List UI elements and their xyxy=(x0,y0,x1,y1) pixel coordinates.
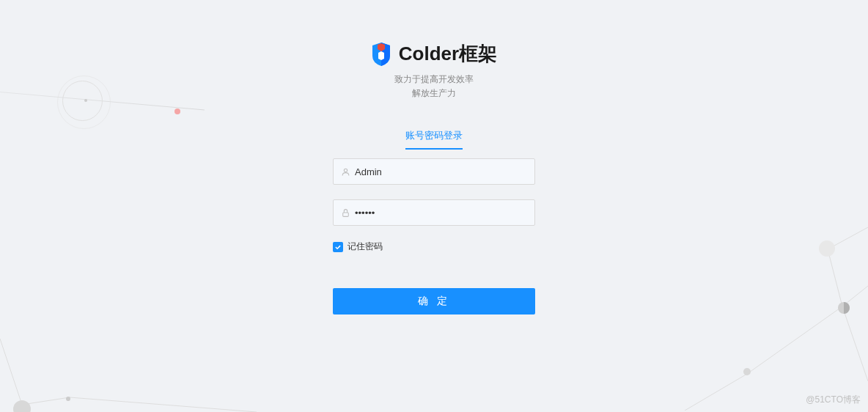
user-icon xyxy=(341,167,350,177)
tab-account-login[interactable]: 账号密码登录 xyxy=(405,130,463,150)
svg-line-7 xyxy=(0,339,22,405)
bg-decoration xyxy=(0,302,257,412)
login-container: Colder框架 致力于提高开发效率 解放生产力 账号密码登录 xyxy=(333,41,535,314)
bg-decoration xyxy=(174,108,180,114)
bg-decoration xyxy=(685,220,868,411)
svg-line-2 xyxy=(842,306,868,381)
bg-decoration xyxy=(13,400,31,412)
app-title: Colder框架 xyxy=(399,41,497,67)
bg-decoration xyxy=(819,240,835,257)
logo-icon xyxy=(371,43,391,66)
svg-line-1 xyxy=(747,306,842,374)
svg-line-0 xyxy=(828,249,842,306)
header: Colder框架 xyxy=(371,41,497,67)
password-input-wrapper[interactable] xyxy=(333,199,535,226)
login-form: 记住密码 确 定 xyxy=(333,158,535,314)
remember-row: 记住密码 xyxy=(333,240,535,253)
bg-decoration xyxy=(838,302,850,314)
svg-rect-10 xyxy=(343,213,349,216)
bg-decoration xyxy=(62,81,103,121)
bg-decoration xyxy=(66,397,70,401)
bg-decoration xyxy=(84,99,87,102)
svg-line-4 xyxy=(685,374,747,411)
username-input[interactable] xyxy=(355,166,527,177)
password-input[interactable] xyxy=(355,207,527,218)
remember-label[interactable]: 记住密码 xyxy=(347,240,383,253)
svg-point-9 xyxy=(344,169,347,172)
lock-icon xyxy=(341,208,350,218)
subtitle: 致力于提高开发效率 解放生产力 xyxy=(394,73,474,100)
submit-button[interactable]: 确 定 xyxy=(333,288,535,314)
subtitle-line: 致力于提高开发效率 xyxy=(394,73,474,87)
remember-checkbox[interactable] xyxy=(333,242,343,252)
subtitle-line: 解放生产力 xyxy=(394,87,474,100)
svg-line-8 xyxy=(70,397,257,412)
watermark: @51CTO博客 xyxy=(806,394,861,406)
username-input-wrapper[interactable] xyxy=(333,158,535,185)
tabs: 账号密码登录 xyxy=(405,128,463,142)
bg-decoration xyxy=(743,368,751,375)
